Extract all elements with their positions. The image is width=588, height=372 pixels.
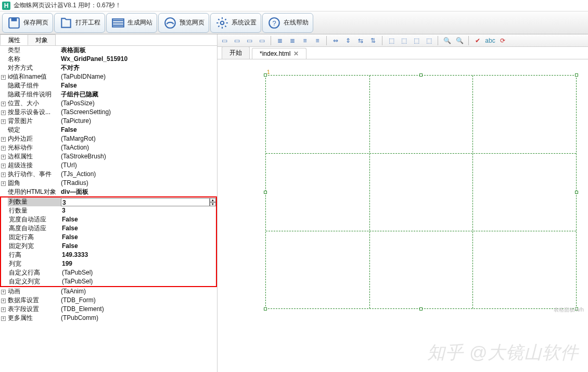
property-value[interactable]: (TRadius) — [60, 179, 217, 188]
property-row[interactable]: 使用的HTML对象div—面板 — [0, 188, 217, 196]
expand-icon[interactable]: + — [0, 108, 7, 117]
expand-icon[interactable]: + — [0, 179, 7, 188]
expand-icon[interactable]: + — [0, 72, 7, 81]
property-row[interactable]: 隐藏子组件False — [0, 81, 217, 90]
property-row[interactable]: 宽度自动适应False — [1, 215, 216, 224]
property-row[interactable]: 隐藏子组件说明子组件已隐藏 — [0, 90, 217, 99]
property-row[interactable]: +表字段设置(TDB_Element) — [0, 305, 217, 314]
open-project-button[interactable]: 打开工程 — [54, 13, 105, 33]
property-value[interactable]: (TaAnim) — [60, 287, 217, 296]
expand-icon[interactable]: + — [0, 314, 7, 323]
property-row[interactable]: +执行动作、事件(TJs_Action) — [0, 170, 217, 179]
build-site-button[interactable]: 生成网站 — [106, 13, 157, 33]
property-value[interactable]: (TJs_Action) — [60, 170, 217, 179]
save-page-button[interactable]: 保存网页 — [2, 13, 53, 33]
zoom-icon[interactable]: 🔍 — [442, 36, 452, 45]
text-icon[interactable]: abc — [485, 36, 495, 45]
property-value[interactable]: 子组件已隐藏 — [60, 90, 217, 99]
property-value[interactable]: False — [61, 224, 216, 233]
property-value[interactable]: False — [61, 242, 216, 251]
preview-page-button[interactable]: 预览网页 — [158, 13, 209, 33]
distribute-icon[interactable]: ⇕ — [343, 36, 353, 45]
order-icon[interactable]: ⬚ — [424, 36, 433, 45]
resize-handle[interactable] — [575, 73, 578, 77]
order-icon[interactable]: ⬚ — [412, 36, 421, 45]
property-value[interactable]: (TaPicture) — [60, 117, 217, 126]
expand-icon[interactable]: + — [0, 134, 7, 143]
resize-handle[interactable] — [264, 73, 267, 77]
expand-icon[interactable]: + — [0, 170, 7, 179]
expand-icon[interactable]: + — [0, 296, 7, 305]
property-row[interactable]: +按显示设备设...(TaScreenSetting) — [0, 108, 217, 117]
property-row[interactable]: 类型表格面板 — [0, 46, 217, 55]
property-row[interactable]: 自定义行高(TaPubSel) — [1, 268, 216, 277]
check-icon[interactable]: ✔ — [473, 36, 482, 45]
distribute-icon[interactable]: ⇆ — [356, 36, 365, 45]
property-value[interactable]: Wx_GridPanel_515910 — [60, 55, 217, 64]
tab-objects[interactable]: 对象 — [28, 34, 56, 45]
property-value[interactable]: 3 — [61, 206, 216, 215]
expand-icon[interactable]: + — [0, 117, 7, 126]
system-settings-button[interactable]: 系统设置 — [210, 13, 261, 33]
property-value[interactable]: (TPubComm) — [60, 314, 217, 323]
property-value[interactable]: (TaPubSel) — [61, 277, 216, 286]
tab-index-html[interactable]: *index.html ✕ — [252, 48, 306, 59]
expand-icon[interactable]: + — [0, 152, 7, 161]
property-row[interactable]: 高度自动适应False — [1, 224, 216, 233]
property-row[interactable]: +圆角(TRadius) — [0, 179, 217, 188]
online-help-button[interactable]: ? 在线帮助 — [262, 13, 313, 33]
property-row[interactable]: 自定义列宽(TaPubSel) — [1, 277, 216, 286]
property-value[interactable]: False — [60, 81, 217, 90]
tool-icon[interactable]: ▭ — [232, 36, 241, 45]
property-value[interactable]: 3 — [61, 198, 210, 206]
resize-handle[interactable] — [264, 191, 267, 194]
expand-icon[interactable]: + — [0, 161, 7, 170]
property-value[interactable]: (TaStrokeBrush) — [60, 152, 217, 161]
design-canvas[interactable]: 1 表格面板/w/h — [218, 59, 588, 372]
property-value[interactable]: (TaPubSel) — [61, 268, 216, 277]
grid-panel-component[interactable]: 1 — [265, 75, 577, 309]
property-row[interactable]: 对齐方式不对齐 — [0, 64, 217, 72]
property-value[interactable]: False — [60, 126, 217, 134]
property-row[interactable]: +更多属性(TPubComm) — [0, 314, 217, 323]
property-row[interactable]: 列宽199 — [1, 259, 216, 268]
tool-icon[interactable]: ▭ — [257, 36, 266, 45]
align-icon[interactable]: ≣ — [275, 36, 285, 45]
property-value[interactable]: 199 — [61, 259, 216, 268]
expand-icon[interactable]: + — [0, 143, 7, 152]
resize-handle[interactable] — [419, 73, 423, 77]
tab-start[interactable]: 开始 — [222, 46, 250, 59]
property-row[interactable]: +背景图片(TaPicture) — [0, 117, 217, 126]
property-row[interactable]: +超级连接(TUrl) — [0, 161, 217, 170]
resize-handle[interactable] — [264, 307, 267, 311]
expand-icon[interactable]: + — [0, 305, 7, 314]
property-value[interactable]: 149.3333 — [61, 251, 216, 259]
property-grid[interactable]: 类型表格面板名称Wx_GridPanel_515910对齐方式不对齐+id值和n… — [0, 46, 217, 372]
property-row[interactable]: +数据库设置(TDB_Form) — [0, 296, 217, 305]
property-row[interactable]: 固定行高False — [1, 233, 216, 242]
align-icon[interactable]: ≣ — [288, 36, 297, 45]
property-row[interactable]: 固定列宽False — [1, 242, 216, 251]
resize-handle[interactable] — [575, 191, 578, 194]
property-value[interactable]: False — [61, 215, 216, 224]
close-icon[interactable]: ✕ — [293, 50, 299, 57]
property-value[interactable]: 表格面板 — [60, 46, 217, 55]
order-icon[interactable]: ⬚ — [387, 36, 396, 45]
property-value[interactable]: (TDB_Element) — [60, 305, 217, 314]
property-row[interactable]: 名称Wx_GridPanel_515910 — [0, 55, 217, 64]
distribute-icon[interactable]: ⇔ — [331, 36, 340, 45]
tool-icon[interactable]: ▭ — [220, 36, 229, 45]
tab-properties[interactable]: 属性 — [0, 34, 28, 45]
distribute-icon[interactable]: ⇅ — [368, 36, 378, 45]
property-value[interactable]: False — [61, 233, 216, 242]
property-value[interactable]: (TaAction) — [60, 143, 217, 152]
resize-handle[interactable] — [419, 307, 423, 311]
property-value[interactable]: div—面板 — [60, 188, 217, 196]
property-row[interactable]: +动画(TaAnim) — [0, 287, 217, 296]
expand-icon[interactable]: + — [0, 99, 7, 108]
property-row[interactable]: +内外边距(TaMargRot) — [0, 134, 217, 143]
property-value[interactable]: (TaPosSize) — [60, 99, 217, 108]
expand-icon[interactable]: + — [0, 287, 7, 296]
property-value[interactable]: (TaPubIDName) — [60, 72, 217, 81]
refresh-icon[interactable]: ⟳ — [498, 36, 507, 45]
